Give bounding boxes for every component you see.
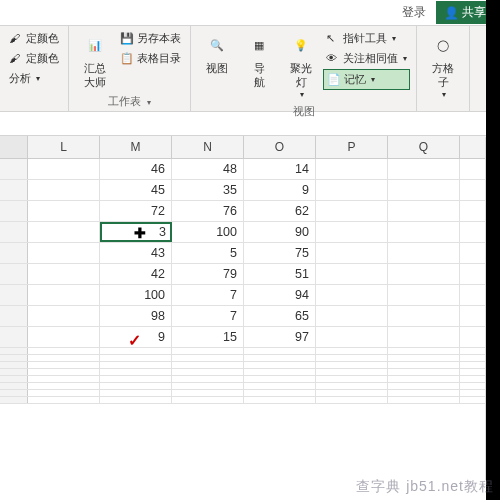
cell[interactable] — [388, 159, 460, 179]
login-link[interactable]: 登录 — [402, 4, 426, 21]
btn-analyze[interactable]: 分析▾ — [6, 69, 43, 88]
row-header[interactable] — [0, 285, 28, 305]
cell[interactable]: 76 — [172, 201, 244, 221]
table-row: 98765 — [0, 306, 500, 327]
cell[interactable] — [388, 327, 460, 347]
btn-spotlight[interactable]: 💡聚光 灯▾ — [281, 29, 321, 102]
cell[interactable] — [316, 285, 388, 305]
cell[interactable]: 7 — [172, 306, 244, 326]
col-header[interactable]: O — [244, 136, 316, 158]
btn-view[interactable]: 🔍视图 — [197, 29, 237, 77]
cell[interactable]: 7 — [172, 285, 244, 305]
person-icon: 👤 — [444, 6, 459, 20]
cell[interactable]: 15 — [172, 327, 244, 347]
group-view: 🔍视图 ▦导 航 💡聚光 灯▾ ↖指针工具▾ 👁关注相同值▾ 📄记忆▾ 视图 — [191, 26, 417, 111]
cell[interactable] — [28, 264, 100, 284]
cell[interactable] — [388, 180, 460, 200]
table-row: 3✚10090 — [0, 222, 500, 243]
cell[interactable]: 9 — [244, 180, 316, 200]
cell[interactable] — [316, 264, 388, 284]
col-header[interactable]: N — [172, 136, 244, 158]
cell[interactable]: 46 — [100, 159, 172, 179]
col-header[interactable]: P — [316, 136, 388, 158]
row-header[interactable] — [0, 327, 28, 347]
cell[interactable]: 75 — [244, 243, 316, 263]
table-row: 464814 — [0, 159, 500, 180]
cell[interactable]: 42 — [100, 264, 172, 284]
cell[interactable]: 79 — [172, 264, 244, 284]
cell[interactable]: 100 — [100, 285, 172, 305]
list-icon: 📋 — [120, 52, 134, 66]
cell[interactable] — [388, 222, 460, 242]
row-header[interactable] — [0, 159, 28, 179]
cell[interactable]: 14 — [244, 159, 316, 179]
cell[interactable]: 43 — [100, 243, 172, 263]
btn-fgz[interactable]: ◯方格 子▾ — [423, 29, 463, 102]
cell[interactable]: 97 — [244, 327, 316, 347]
cell[interactable]: 35 — [172, 180, 244, 200]
btn-set-color-1[interactable]: 🖌定颜色 — [6, 29, 62, 48]
btn-nav[interactable]: ▦导 航 — [239, 29, 279, 92]
cell[interactable]: 45 — [100, 180, 172, 200]
row-header[interactable] — [0, 222, 28, 242]
cell[interactable] — [28, 285, 100, 305]
row-header[interactable] — [0, 243, 28, 263]
cell[interactable] — [28, 243, 100, 263]
row-header[interactable] — [0, 306, 28, 326]
cell[interactable]: 98 — [100, 306, 172, 326]
zoom-icon: 🔍 — [203, 31, 231, 59]
row-header[interactable] — [0, 201, 28, 221]
btn-save-as-sheet[interactable]: 💾另存本表 — [117, 29, 184, 48]
cell[interactable] — [28, 222, 100, 242]
cell[interactable] — [28, 180, 100, 200]
cell[interactable]: 72 — [100, 201, 172, 221]
cell[interactable] — [316, 327, 388, 347]
col-header[interactable]: L — [28, 136, 100, 158]
cell[interactable]: 94 — [244, 285, 316, 305]
cell[interactable] — [388, 306, 460, 326]
cell[interactable]: 48 — [172, 159, 244, 179]
table-row: 100794 — [0, 285, 500, 306]
cell[interactable]: 5 — [172, 243, 244, 263]
cell[interactable] — [316, 222, 388, 242]
cell[interactable]: 100 — [172, 222, 244, 242]
btn-pointer-tool[interactable]: ↖指针工具▾ — [323, 29, 410, 48]
btn-table-toc[interactable]: 📋表格目录 — [117, 49, 184, 68]
cell[interactable]: 51 — [244, 264, 316, 284]
cell[interactable]: 3✚ — [100, 222, 172, 242]
cell[interactable] — [388, 285, 460, 305]
btn-same-value[interactable]: 👁关注相同值▾ — [323, 49, 410, 68]
cell[interactable] — [28, 327, 100, 347]
cell[interactable] — [28, 306, 100, 326]
cell[interactable] — [388, 264, 460, 284]
circle-icon: ◯ — [429, 31, 457, 59]
cell[interactable] — [316, 180, 388, 200]
cell[interactable] — [316, 306, 388, 326]
btn-set-color-2[interactable]: 🖌定颜色 — [6, 49, 62, 68]
cell[interactable] — [316, 159, 388, 179]
cell[interactable]: 9 — [100, 327, 172, 347]
cell[interactable] — [316, 201, 388, 221]
table-row: 45359 — [0, 180, 500, 201]
cell[interactable] — [28, 159, 100, 179]
btn-memory[interactable]: 📄记忆▾ — [323, 69, 410, 90]
cell[interactable] — [28, 201, 100, 221]
cell[interactable] — [316, 243, 388, 263]
paint-icon: 🖌 — [9, 32, 23, 46]
table-row: 91597 — [0, 327, 500, 348]
cell[interactable]: 62 — [244, 201, 316, 221]
col-header[interactable] — [0, 136, 28, 158]
cell[interactable] — [388, 201, 460, 221]
paint-icon: 🖌 — [9, 52, 23, 66]
col-header[interactable]: M — [100, 136, 172, 158]
col-header[interactable]: Q — [388, 136, 460, 158]
btn-summary-master[interactable]: 📊 汇总 大师 — [75, 29, 115, 92]
row-header[interactable] — [0, 180, 28, 200]
cell[interactable]: 65 — [244, 306, 316, 326]
table-row: 43575 — [0, 243, 500, 264]
cell[interactable]: 90 — [244, 222, 316, 242]
chevron-down-icon: ▾ — [36, 74, 40, 83]
table-row: 427951 — [0, 264, 500, 285]
row-header[interactable] — [0, 264, 28, 284]
cell[interactable] — [388, 243, 460, 263]
